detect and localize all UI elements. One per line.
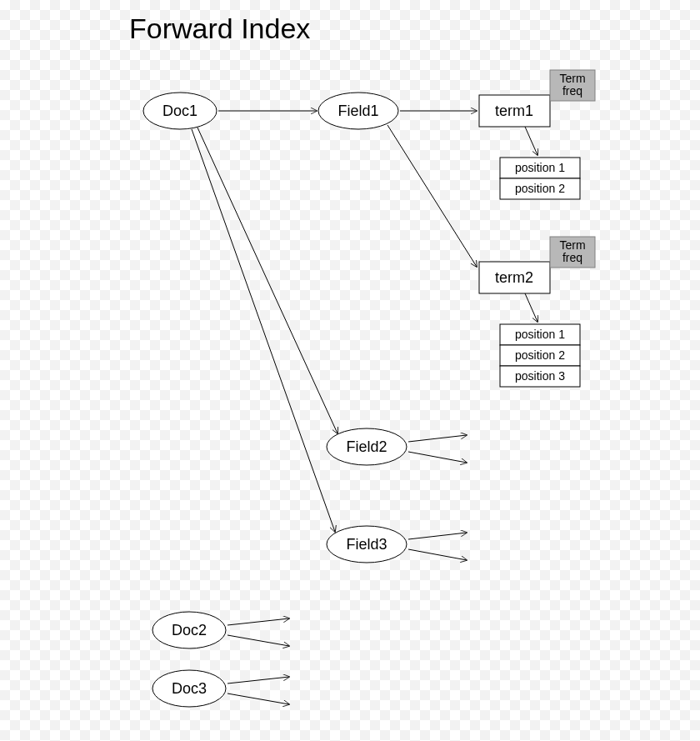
node-term1-freq: Term freq: [550, 70, 595, 101]
svg-text:Term: Term: [559, 72, 585, 85]
node-term2: term2: [479, 262, 550, 293]
edge-doc1-field3: [192, 129, 335, 532]
svg-text:position 2: position 2: [515, 348, 565, 362]
node-term1-pos2: position 2: [500, 178, 580, 199]
node-doc1: Doc1: [143, 93, 217, 129]
svg-text:position 1: position 1: [515, 328, 565, 341]
node-term2-pos2: position 2: [500, 345, 580, 366]
svg-text:Field1: Field1: [338, 103, 378, 119]
node-field1: Field1: [318, 93, 398, 129]
svg-text:position 3: position 3: [515, 369, 565, 383]
edge-field3-out-a: [408, 533, 467, 539]
svg-text:Term: Term: [559, 238, 585, 252]
node-term1-pos1: position 1: [500, 158, 580, 178]
edge-doc2-out-a: [228, 618, 289, 625]
svg-text:Doc1: Doc1: [162, 103, 198, 119]
edge-doc1-field2: [198, 128, 338, 433]
svg-text:Doc2: Doc2: [172, 622, 207, 638]
svg-text:freq: freq: [562, 251, 582, 264]
edge-field1-term2: [388, 125, 477, 267]
svg-text:freq: freq: [562, 84, 582, 98]
svg-text:Field3: Field3: [346, 536, 387, 553]
edge-doc3-out-b: [228, 693, 289, 704]
svg-text:position 1: position 1: [515, 161, 565, 174]
node-field3: Field3: [327, 526, 407, 563]
node-term2-pos1: position 1: [500, 324, 580, 345]
edge-doc3-out-a: [228, 677, 289, 683]
edge-doc2-out-b: [228, 635, 289, 646]
edge-term2-positions: [525, 293, 538, 322]
node-doc3: Doc3: [152, 670, 226, 707]
svg-text:term2: term2: [495, 269, 533, 286]
svg-text:term1: term1: [495, 103, 533, 119]
node-doc2: Doc2: [152, 612, 226, 648]
edge-field2-out-a: [408, 435, 467, 442]
node-field2: Field2: [327, 428, 407, 465]
svg-text:Field2: Field2: [346, 438, 387, 455]
node-term2-freq: Term freq: [550, 237, 595, 268]
edge-field2-out-b: [408, 452, 467, 463]
diagram-canvas: Doc1 Field1 term1 Term freq position 1 p…: [0, 0, 700, 741]
edge-field3-out-b: [408, 549, 467, 560]
edge-term1-positions: [525, 127, 538, 155]
svg-text:position 2: position 2: [515, 182, 565, 195]
node-term2-pos3: position 3: [500, 366, 580, 387]
svg-text:Doc3: Doc3: [172, 680, 207, 697]
node-term1: term1: [479, 95, 550, 127]
